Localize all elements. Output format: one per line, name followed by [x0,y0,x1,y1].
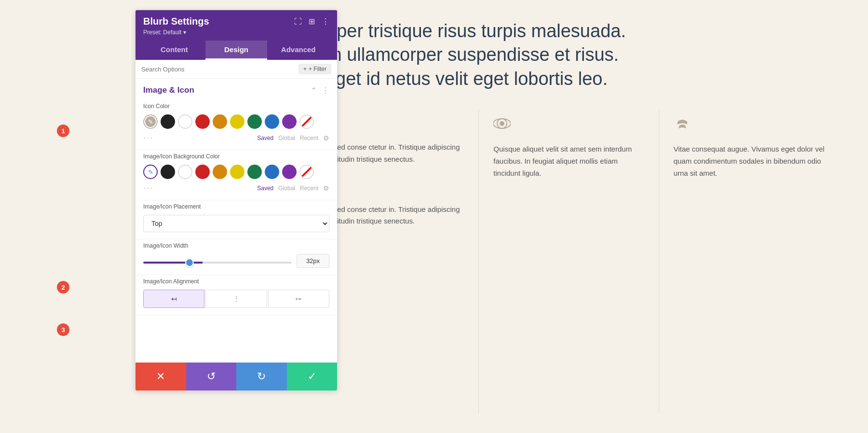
pencil-icon: ✎ [148,118,153,126]
search-input[interactable] [141,66,298,73]
bg-color-recent[interactable]: Recent [300,185,318,192]
alignment-buttons: ↤ ⋮ ↦ [143,290,329,308]
icon-color-blue[interactable] [265,114,279,129]
align-left-button[interactable]: ↤ [143,290,204,308]
cancel-button[interactable]: ✕ [136,363,186,391]
width-slider[interactable] [143,262,292,264]
undo-icon: ↺ [207,370,216,383]
icon-color-label: Icon Color [143,103,329,110]
bg-color-tags: Saved Global Recent ⚙ [257,184,329,192]
icon-color-footer: ··· Saved Global Recent ⚙ [143,133,329,143]
bg-color-label: Image/Icon Background Color [143,153,329,160]
icon-color-global[interactable]: Global [278,135,295,141]
align-right-button[interactable]: ↦ [268,290,329,308]
bg-color-white[interactable] [178,165,192,179]
filter-button[interactable]: + + Filter [298,64,331,74]
icon-color-more-dots[interactable]: ··· [143,133,153,143]
panel-tabs: Content Design Advanced [143,41,329,60]
blurb-icon-2 [493,115,644,136]
blurb-col-2: Quisque aliquet velit sit amet sem inter… [479,110,659,414]
bg-color-orange[interactable] [213,165,227,179]
svg-point-1 [500,121,504,126]
expand-icon[interactable]: ⛶ [294,17,302,26]
icon-color-settings-icon[interactable]: ⚙ [323,134,329,142]
section-more-icon[interactable]: ⋮ [322,86,329,95]
icon-color-yellow[interactable] [230,114,244,129]
bg-color-blue[interactable] [265,165,279,179]
align-center-icon: ⋮ [233,295,240,303]
filter-plus-icon: + [303,66,307,72]
icon-color-custom-swatch[interactable]: ✎ [143,114,158,129]
panel-header-icons: ⛶ ⊞ ⋮ [294,17,329,26]
icon-color-tags: Saved Global Recent ⚙ [257,134,329,142]
blurb-text-3: Vitae consequat augue. Vivamus eget dolo… [674,143,825,179]
image-icon-section-header: Image & Icon ⌃ ⋮ [136,79,337,100]
save-icon: ✓ [308,370,316,383]
bg-color-global[interactable]: Global [278,185,295,192]
placement-select[interactable]: Top Left Right Bottom [143,215,329,232]
bg-color-purple[interactable] [282,165,297,179]
blurb-text-2: Quisque aliquet velit sit amet sem inter… [493,143,644,179]
icon-color-white[interactable] [178,114,192,129]
step-3-indicator: 3 [57,323,69,336]
redo-icon: ↻ [257,370,266,383]
content-area: Semper tristique risus turpis malesuada.… [270,0,868,433]
icon-color-black[interactable] [161,114,175,129]
panel-footer: ✕ ↺ ↻ ✓ [136,363,337,391]
undo-button[interactable]: ↺ [186,363,237,391]
bg-color-settings-icon[interactable]: ⚙ [323,184,329,192]
align-center-button[interactable]: ⋮ [205,290,267,308]
tab-advanced[interactable]: Advanced [267,41,329,60]
icon-color-purple[interactable] [282,114,297,129]
bg-color-footer: ··· Saved Global Recent ⚙ [143,183,329,193]
bg-color-setting: Image/Icon Background Color ✎ [136,150,337,200]
bg-color-more-dots[interactable]: ··· [143,183,153,193]
icon-color-orange[interactable] [213,114,227,129]
panel-title: Blurb Settings [143,16,209,27]
preset-selector[interactable]: Preset: Default ▾ [143,29,329,36]
blurb-icon-3 [674,115,825,136]
redo-button[interactable]: ↻ [236,363,287,391]
alignment-setting: Image/Icon Alignment ↤ ⋮ ↦ [136,275,337,315]
icon-color-setting: Icon Color ✎ ··· [136,100,337,150]
save-button[interactable]: ✓ [287,363,338,391]
icon-color-saved[interactable]: Saved [257,135,273,141]
icon-color-red[interactable] [195,114,210,129]
bg-color-green[interactable] [247,165,262,179]
width-slider-row [143,254,329,268]
width-slider-wrap [143,257,292,265]
pencil-blue-icon: ✎ [148,168,153,176]
bg-color-black[interactable] [161,165,175,179]
align-left-icon: ↤ [171,295,177,303]
blurb-grid: Quam at sed conse ctetur in. Tristique a… [299,110,839,414]
chevron-down-icon: ▾ [183,29,186,36]
bg-color-transparent[interactable] [299,165,314,179]
bg-color-custom-swatch[interactable]: ✎ [143,165,158,179]
bg-color-red[interactable] [195,165,210,179]
width-setting: Image/Icon Width [136,239,337,275]
placement-setting: Image/Icon Placement Top Left Right Bott… [136,200,337,239]
search-bar: + + Filter [136,60,337,79]
step-1-indicator: 1 [57,125,69,137]
tab-content[interactable]: Content [143,41,205,60]
tab-design[interactable]: Design [205,41,268,60]
icon-color-recent[interactable]: Recent [300,135,318,141]
blurb-col-3: Vitae consequat augue. Vivamus eget dolo… [659,110,839,414]
grid-icon[interactable]: ⊞ [309,17,315,26]
panel-header: Blurb Settings ⛶ ⊞ ⋮ Preset: Default ▾ C… [136,10,337,60]
settings-panel: Blurb Settings ⛶ ⊞ ⋮ Preset: Default ▾ C… [135,10,338,391]
alignment-label: Image/Icon Alignment [143,278,329,285]
width-label: Image/Icon Width [143,242,329,249]
more-icon[interactable]: ⋮ [322,17,329,26]
icon-color-green[interactable] [247,114,262,129]
align-right-icon: ↦ [296,295,301,303]
width-value-input[interactable] [297,254,329,268]
cancel-icon: ✕ [156,370,165,383]
bg-color-yellow[interactable] [230,165,244,179]
icon-color-transparent[interactable] [299,114,314,129]
bg-color-saved[interactable]: Saved [257,185,273,192]
panel-body: Image & Icon ⌃ ⋮ Icon Color ✎ [136,79,337,363]
hero-text: Semper tristique risus turpis malesuada.… [299,19,637,91]
step-2-indicator: 2 [57,281,69,293]
collapse-icon[interactable]: ⌃ [311,86,317,95]
